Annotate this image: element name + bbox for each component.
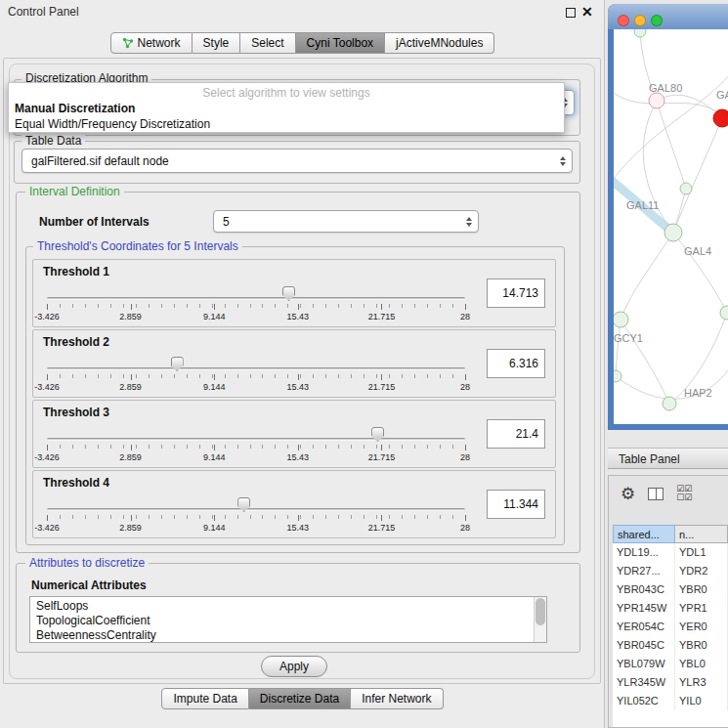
tick-mark — [72, 445, 73, 449]
slider-track[interactable] — [47, 367, 465, 370]
tick-mark — [110, 445, 111, 449]
tab-impute-data[interactable]: Impute Data — [161, 688, 248, 709]
network-node[interactable] — [649, 93, 664, 108]
tab-discretize-data[interactable]: Discretize Data — [249, 688, 351, 709]
slider-track[interactable] — [47, 508, 465, 511]
tick-mark — [136, 304, 137, 308]
threshold-value-field[interactable]: 14.713 — [487, 278, 545, 308]
network-node[interactable] — [664, 224, 682, 241]
network-node[interactable] — [663, 397, 676, 410]
number-of-intervals-combo[interactable]: 5 — [213, 210, 479, 233]
cell-shared-name[interactable]: YBR045C — [613, 636, 675, 655]
close-traffic-light-icon[interactable] — [618, 15, 629, 26]
gear-icon[interactable]: ⚙ — [621, 486, 635, 502]
tick-mark — [123, 445, 124, 449]
cell-name[interactable]: YLR3 — [675, 673, 728, 692]
threshold-value-field[interactable]: 11.344 — [487, 490, 545, 519]
table-row[interactable]: YPR145WYPR1 — [613, 599, 728, 618]
table-row[interactable]: YBR045CYBR0 — [613, 636, 728, 655]
table-row[interactable]: YDL19...YDL1 — [613, 543, 728, 562]
major-tick-mark — [465, 304, 466, 310]
tab-jactivemnodules[interactable]: jActiveMNodules — [385, 32, 494, 54]
cell-shared-name[interactable]: YBR043C — [613, 580, 675, 599]
threshold-value-field[interactable]: 21.4 — [487, 419, 545, 449]
attribute-items: SelfLoopsTopologicalCoefficientBetweenne… — [36, 599, 533, 643]
cell-shared-name[interactable]: YBL079W — [613, 655, 675, 673]
major-tick-mark — [381, 445, 382, 450]
tab-label: jActiveMNodules — [396, 36, 483, 50]
tab-style[interactable]: Style — [193, 32, 241, 54]
close-window-icon[interactable]: ✕ — [581, 3, 593, 21]
table-row[interactable]: YBL079WYBL0 — [613, 655, 728, 673]
tick-mark — [414, 304, 415, 308]
tab-infer-network[interactable]: Infer Network — [351, 688, 443, 709]
cell-shared-name[interactable]: YPR145W — [613, 599, 675, 618]
tick-mark — [199, 515, 200, 519]
dropdown-option[interactable]: Manual Discretization — [9, 101, 564, 116]
tab-select[interactable]: Select — [240, 32, 295, 54]
threshold-slider[interactable]: -3.4262.8599.14415.4321.71528 — [47, 330, 465, 397]
major-tick-mark — [131, 304, 132, 310]
table-data-group-title: Table Data — [21, 134, 85, 148]
number-of-intervals-label: Number of Intervals — [39, 215, 150, 229]
cell-shared-name[interactable]: YER054C — [613, 618, 675, 636]
slider-track[interactable] — [47, 438, 465, 441]
selection-grid-icon[interactable]: ☑☑ ☐☑ — [676, 485, 692, 502]
table-row[interactable]: YBR043CYBR0 — [613, 580, 728, 599]
numerical-attributes-list[interactable]: SelfLoopsTopologicalCoefficientBetweenne… — [29, 596, 547, 643]
table-panel-title: Table Panel — [619, 452, 680, 466]
cell-name[interactable]: YER0 — [675, 618, 728, 636]
scale-label: 15.43 — [287, 523, 310, 533]
cell-name[interactable]: YPR1 — [675, 599, 728, 618]
table-row[interactable]: YIL052CYIL0 — [613, 692, 728, 710]
threshold-slider[interactable]: -3.4262.8599.14415.4321.71528 — [47, 471, 465, 537]
cell-shared-name[interactable]: YLR345W — [613, 673, 675, 692]
network-node[interactable] — [720, 306, 728, 320]
column-header[interactable]: shared... — [613, 525, 675, 543]
cell-shared-name[interactable]: YIL052C — [613, 692, 675, 710]
table-row[interactable]: YER054CYER0 — [613, 618, 728, 636]
list-item[interactable]: BetweennessCentrality — [36, 628, 533, 643]
network-node[interactable] — [614, 312, 628, 327]
scrollbar-thumb[interactable] — [535, 598, 545, 625]
list-item[interactable]: TopologicalCoefficient — [36, 614, 533, 628]
slider-track[interactable] — [47, 297, 465, 300]
cell-shared-name[interactable]: YDR27... — [613, 562, 675, 580]
cell-name[interactable]: YDR2 — [675, 562, 728, 580]
cell-shared-name[interactable]: YDL19... — [613, 543, 675, 562]
tick-mark — [187, 374, 188, 378]
threshold-slider[interactable]: -3.4262.8599.14415.4321.71528 — [47, 260, 465, 326]
list-item[interactable]: SelfLoops — [36, 599, 533, 614]
cell-name[interactable]: YBR0 — [675, 636, 728, 655]
cell-name[interactable]: YBL0 — [675, 655, 728, 673]
network-canvas[interactable]: GAL80GAGAL11GAL4GCY1HAP2 — [614, 29, 728, 424]
minimize-traffic-light-icon[interactable] — [634, 15, 646, 26]
dropdown-option[interactable]: Equal Width/Frequency Discretization — [9, 116, 564, 132]
cell-name[interactable]: YBR0 — [675, 580, 728, 599]
columns-icon[interactable] — [648, 488, 664, 500]
table-data-combo[interactable]: galFiltered.sif default node — [21, 149, 573, 173]
tick-mark — [402, 445, 403, 449]
column-header[interactable]: n... — [675, 525, 728, 543]
cell-name[interactable]: YIL0 — [675, 692, 728, 710]
threshold-value-field[interactable]: 6.316 — [487, 349, 545, 378]
table-row[interactable]: YDR27...YDR2 — [613, 562, 728, 580]
tab-network[interactable]: Network — [110, 32, 193, 54]
scale-label: 2.859 — [119, 452, 142, 462]
network-window-titlebar[interactable] — [608, 4, 728, 29]
zoom-traffic-light-icon[interactable] — [651, 15, 663, 26]
apply-button[interactable]: Apply — [261, 656, 327, 677]
float-window-icon[interactable] — [566, 8, 576, 18]
network-node[interactable] — [713, 109, 728, 127]
threshold-slider[interactable]: -3.4262.8599.14415.4321.71528 — [47, 401, 465, 467]
list-scrollbar[interactable] — [534, 597, 546, 642]
cell-name[interactable]: YDL1 — [675, 543, 728, 562]
network-node[interactable] — [634, 29, 646, 37]
scale-label: 9.144 — [203, 382, 226, 392]
table-row[interactable]: YLR345WYLR3 — [613, 673, 728, 692]
network-node[interactable] — [614, 370, 621, 382]
tab-cyni-toolbox[interactable]: Cyni Toolbox — [296, 32, 385, 54]
tick-mark — [313, 304, 314, 308]
network-node[interactable] — [680, 183, 692, 194]
tick-mark — [212, 304, 213, 308]
